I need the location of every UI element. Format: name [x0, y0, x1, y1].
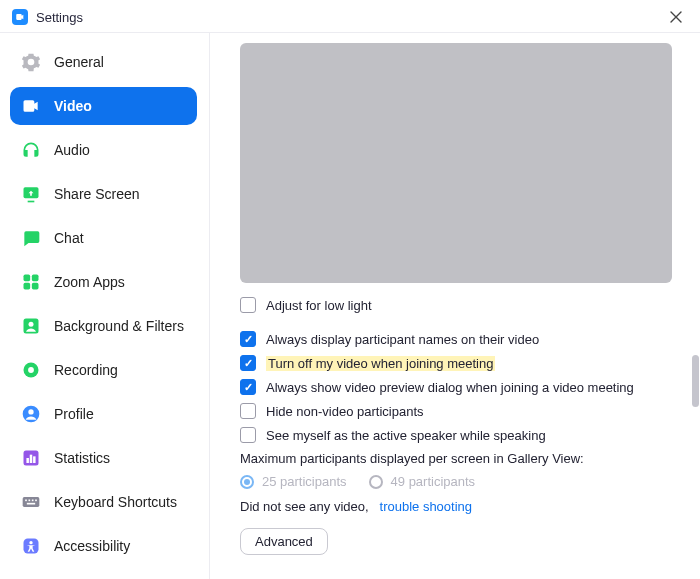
svg-point-10	[28, 409, 33, 414]
titlebar: Settings	[0, 0, 700, 33]
svg-rect-17	[29, 500, 31, 502]
svg-rect-2	[32, 275, 39, 282]
sidebar-item-keyboard-shortcuts[interactable]: Keyboard Shortcuts	[10, 483, 197, 521]
svg-rect-14	[33, 456, 36, 463]
help-text: Did not see any video,	[240, 499, 369, 514]
sidebar-item-label: Profile	[54, 406, 94, 422]
close-button[interactable]	[662, 6, 690, 28]
svg-point-8	[28, 367, 34, 373]
close-icon	[670, 11, 682, 23]
svg-rect-13	[30, 455, 33, 463]
content-panel: Adjust for low light Always display part…	[210, 33, 700, 579]
checkbox-hide-nonvideo[interactable]	[240, 403, 256, 419]
checkbox-display-names[interactable]	[240, 331, 256, 347]
advanced-button[interactable]: Advanced	[240, 528, 328, 555]
checkbox-active-speaker[interactable]	[240, 427, 256, 443]
profile-icon	[20, 403, 42, 425]
label: Adjust for low light	[266, 298, 372, 313]
label: Always show video preview dialog when jo…	[266, 380, 634, 395]
statistics-icon	[20, 447, 42, 469]
sidebar-item-general[interactable]: General	[10, 43, 197, 81]
sidebar-item-chat[interactable]: Chat	[10, 219, 197, 257]
option-active-speaker: See myself as the active speaker while s…	[240, 427, 672, 443]
svg-rect-4	[32, 283, 39, 290]
sidebar-item-label: Keyboard Shortcuts	[54, 494, 177, 510]
sidebar-item-recording[interactable]: Recording	[10, 351, 197, 389]
troubleshooting-link[interactable]: trouble shooting	[380, 499, 473, 514]
svg-rect-12	[26, 458, 29, 463]
accessibility-icon	[20, 535, 42, 557]
radio-dot-icon	[240, 475, 254, 489]
checkbox-preview-dialog[interactable]	[240, 379, 256, 395]
video-options-section: Always display participant names on thei…	[240, 331, 672, 555]
help-row: Did not see any video, trouble shooting	[240, 499, 672, 514]
sidebar-item-background-filters[interactable]: Background & Filters	[10, 307, 197, 345]
radio-49-participants[interactable]: 49 participants	[369, 474, 476, 489]
sidebar-item-label: Audio	[54, 142, 90, 158]
radio-25-participants[interactable]: 25 participants	[240, 474, 347, 489]
sidebar-item-label: Background & Filters	[54, 318, 184, 334]
sidebar-item-label: Recording	[54, 362, 118, 378]
sidebar-item-label: Accessibility	[54, 538, 130, 554]
sidebar-item-profile[interactable]: Profile	[10, 395, 197, 433]
video-icon	[20, 95, 42, 117]
window-title: Settings	[36, 10, 83, 25]
option-display-names: Always display participant names on thei…	[240, 331, 672, 347]
sidebar-item-zoom-apps[interactable]: Zoom Apps	[10, 263, 197, 301]
sidebar-item-label: Video	[54, 98, 92, 114]
gear-icon	[20, 51, 42, 73]
sidebar-item-share-screen[interactable]: Share Screen	[10, 175, 197, 213]
sidebar-item-label: Chat	[54, 230, 84, 246]
recording-icon	[20, 359, 42, 381]
gallery-radio-group: 25 participants 49 participants	[240, 474, 672, 489]
option-adjust-low-light: Adjust for low light	[240, 297, 672, 313]
gallery-view-label: Maximum participants displayed per scree…	[240, 451, 672, 466]
keyboard-icon	[20, 491, 42, 513]
radio-label: 25 participants	[262, 474, 347, 489]
background-icon	[20, 315, 42, 337]
radio-label: 49 participants	[391, 474, 476, 489]
apps-icon	[20, 271, 42, 293]
sidebar-item-audio[interactable]: Audio	[10, 131, 197, 169]
option-hide-nonvideo: Hide non-video participants	[240, 403, 672, 419]
svg-rect-18	[32, 500, 34, 502]
sidebar-item-label: Zoom Apps	[54, 274, 125, 290]
sidebar-item-statistics[interactable]: Statistics	[10, 439, 197, 477]
headphones-icon	[20, 139, 42, 161]
svg-rect-3	[24, 283, 31, 290]
svg-rect-16	[25, 500, 27, 502]
video-preview	[240, 43, 672, 283]
svg-rect-15	[23, 497, 40, 507]
sidebar-item-accessibility[interactable]: Accessibility	[10, 527, 197, 565]
radio-dot-icon	[369, 475, 383, 489]
option-turn-off-video: Turn off my video when joining meeting	[240, 355, 672, 371]
label: Hide non-video participants	[266, 404, 424, 419]
checkbox-adjust-low-light[interactable]	[240, 297, 256, 313]
label-highlighted: Turn off my video when joining meeting	[266, 356, 495, 371]
svg-point-22	[29, 541, 32, 544]
checkbox-turn-off-video[interactable]	[240, 355, 256, 371]
body: General Video Audio Share Screen Chat	[0, 33, 700, 579]
app-icon	[12, 9, 28, 25]
option-preview-dialog: Always show video preview dialog when jo…	[240, 379, 672, 395]
titlebar-left: Settings	[12, 9, 83, 25]
sidebar-item-label: Statistics	[54, 450, 110, 466]
sidebar-item-label: Share Screen	[54, 186, 140, 202]
chat-icon	[20, 227, 42, 249]
svg-point-6	[29, 322, 34, 327]
svg-rect-1	[24, 275, 31, 282]
label: Always display participant names on thei…	[266, 332, 539, 347]
sidebar-item-label: General	[54, 54, 104, 70]
svg-rect-19	[35, 500, 37, 502]
scrollbar-thumb[interactable]	[692, 355, 699, 407]
sidebar-item-video[interactable]: Video	[10, 87, 197, 125]
label: See myself as the active speaker while s…	[266, 428, 546, 443]
share-screen-icon	[20, 183, 42, 205]
svg-rect-20	[27, 503, 35, 505]
sidebar: General Video Audio Share Screen Chat	[0, 33, 210, 579]
